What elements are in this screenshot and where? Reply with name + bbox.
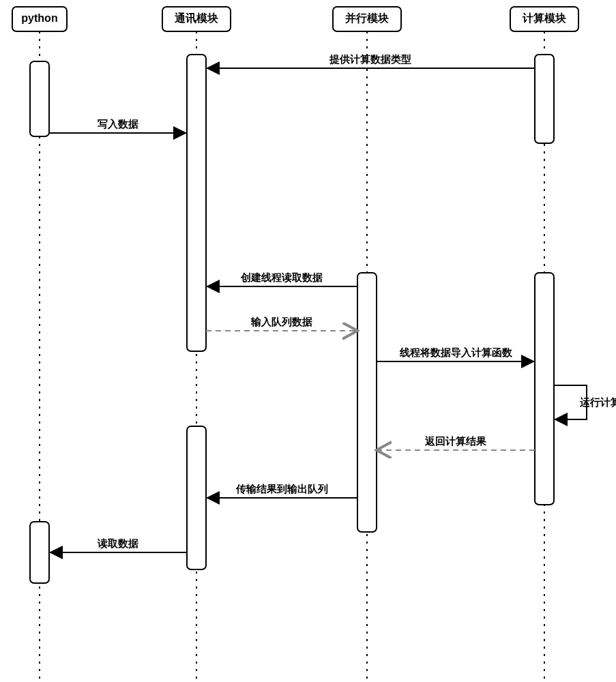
svg-rect-12 [535,273,554,505]
svg-rect-8 [30,61,49,136]
lane-comm: 通讯模块 [174,12,218,24]
msg-provide-type: 提供计算数据类型 [329,53,411,65]
msg-write-data: 写入数据 [98,118,138,130]
msg-create-thread: 创建线程读取数据 [240,271,323,283]
msg-import-compute: 线程将数据导入计算函数 [399,346,513,358]
msg-input-queue: 输入队列数据 [250,316,312,327]
lane-python: python [21,12,57,24]
svg-rect-9 [187,55,206,351]
msg-return-result: 返回计算结果 [424,435,487,447]
lane-parallel: 并行模块 [344,12,389,24]
lane-compute: 计算模块 [522,12,566,24]
svg-rect-11 [357,273,377,532]
sequence-diagram: python 通讯模块 并行模块 计算模块 提供计算数据类型 写入数据 创建线程… [0,0,616,682]
msg-read-data: 读取数据 [97,537,138,549]
svg-rect-13 [187,426,206,569]
msg-run-compute: 运行计算函数 [579,396,616,408]
msg-transfer-output: 传输结果到输出队列 [235,483,328,494]
svg-rect-10 [535,55,554,143]
svg-rect-14 [30,522,49,583]
